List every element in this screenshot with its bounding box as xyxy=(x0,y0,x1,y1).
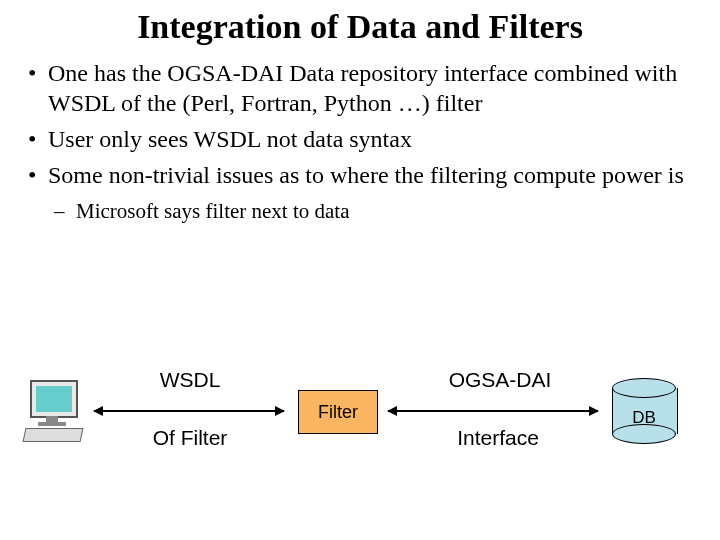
slide-title: Integration of Data and Filters xyxy=(0,8,720,46)
computer-icon xyxy=(24,380,86,438)
list-item: Some non-trivial issues as to where the … xyxy=(20,160,700,190)
arrow-icon xyxy=(94,410,284,412)
db-label: DB xyxy=(612,408,676,428)
arrow-icon xyxy=(388,410,598,412)
list-item: User only sees WSDL not data syntax xyxy=(20,124,700,154)
bullet-list: One has the OGSA-DAI Data repository int… xyxy=(20,58,700,224)
database-icon: DB xyxy=(612,378,676,444)
list-subitem: Microsoft says filter next to data xyxy=(20,198,700,224)
filter-label: Filter xyxy=(318,402,358,423)
wsdl-label-bottom: Of Filter xyxy=(150,426,230,450)
ogsa-label-top: OGSA-DAI xyxy=(440,368,560,392)
filter-box: Filter xyxy=(298,390,378,434)
ogsa-label-bottom: Interface xyxy=(448,426,548,450)
wsdl-label-top: WSDL xyxy=(150,368,230,392)
diagram: WSDL Of Filter Filter OGSA-DAI Interface… xyxy=(0,360,720,520)
list-item: One has the OGSA-DAI Data repository int… xyxy=(20,58,700,118)
